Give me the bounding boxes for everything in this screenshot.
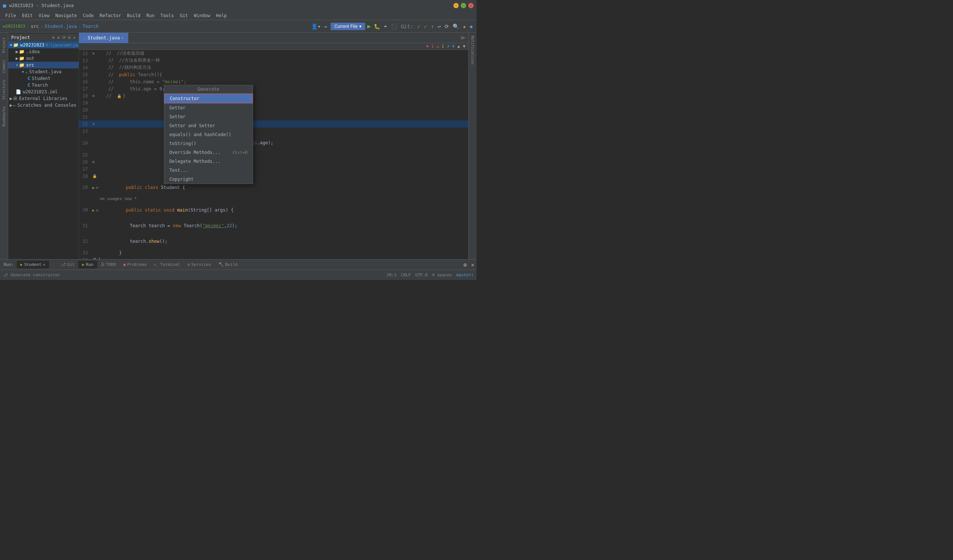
tree-student-java[interactable]: ▾ ☕ Student.java [8,68,79,75]
tree-tearch-class[interactable]: C Tearch [8,82,79,88]
git-check2[interactable]: ✓ [423,23,428,30]
menu-file[interactable]: File [2,12,19,19]
run-arrow-29[interactable]: ▶ [92,186,95,190]
tree-src[interactable]: ▾ 📁 src [8,62,79,68]
menu-window[interactable]: Window [191,12,213,19]
run-target-tab[interactable]: ▶ Student ✕ [17,261,49,268]
vcs-icon[interactable]: 👤▾ [310,23,321,30]
git-tab[interactable]: ⎇ Git [57,261,79,268]
code-line-23: 23 [79,128,468,135]
menu-help[interactable]: Help [213,12,230,19]
tree-iml[interactable]: 📄 w20231023.iml [8,88,79,95]
project-panel-tab[interactable]: Project [1,34,7,56]
git-push[interactable]: ↑ [430,23,435,30]
tree-idea[interactable]: ▶ 📁 .idea [8,48,79,55]
services-tab[interactable]: ⚙ Services [183,261,215,268]
menu-tools[interactable]: Tools [157,12,177,19]
collapse-icon[interactable]: ≡ [57,35,60,40]
line-num-19: 19 [81,101,92,105]
current-file-button[interactable]: Current File ▾ [331,23,365,30]
git-undo[interactable]: ⟳ [444,23,450,30]
tree-out[interactable]: ▶ 📁 out [8,55,79,62]
maximize-button[interactable]: □ [461,3,466,8]
menu-build[interactable]: Build [124,12,143,19]
generate-getter[interactable]: Getter [164,104,253,112]
status-branch[interactable]: master↑ [456,272,473,277]
plugins-icon[interactable]: ◆ [469,23,473,30]
menu-run[interactable]: Run [143,12,157,19]
fold-26[interactable]: ⊕ [92,160,95,164]
status-line-ending[interactable]: CRLF [401,272,411,277]
generate-test[interactable]: Test... [164,166,253,175]
commit-panel-tab[interactable]: Commit [1,57,7,76]
line-content-32: tearch.show(); [98,234,168,249]
profile-icon[interactable]: ★ [462,23,466,30]
stop-icon[interactable]: ⬛ [390,23,398,30]
fold-30[interactable]: ⊖ [96,208,98,212]
tearch-class-icon: C [28,82,30,88]
menu-refactor[interactable]: Refactor [96,12,124,19]
chevron-down-icon[interactable]: ▼ [463,44,465,49]
git-revert[interactable]: ↩ [437,23,441,30]
status-position[interactable]: 20:1 [387,272,397,277]
todo-tab[interactable]: ☰ TODO [97,261,120,268]
breadcrumb-src[interactable]: src [31,24,39,29]
close-button[interactable]: ✕ [468,3,473,8]
menu-navigate[interactable]: Navigate [53,12,80,19]
minimize-button[interactable]: ─ [453,3,459,8]
generate-copyright[interactable]: Copyright [164,175,253,184]
fold-18[interactable]: ⊕ [92,94,95,98]
search-icon[interactable]: 🔍 [452,23,460,30]
status-right: 20:1 CRLF UTF-8 4 spaces master↑ [387,272,473,277]
fold-12[interactable]: ⊕ [92,51,95,56]
add-icon[interactable]: ⊕ [52,35,55,40]
tab-more-button[interactable]: ≫ [460,35,468,40]
generate-tostring[interactable]: toString() [164,139,253,148]
generate-setter[interactable]: Setter [164,112,253,121]
back-icon[interactable]: ← [323,23,328,30]
debug-icon[interactable]: 🐛 [373,23,381,30]
git-check1[interactable]: ✓ [416,23,421,30]
menu-view[interactable]: View [36,12,53,19]
tree-external-libs[interactable]: ▶ 🏛 External Libraries [8,95,79,102]
generate-constructor[interactable]: Constructor [164,94,253,104]
tree-student-class[interactable]: C Student [8,75,79,82]
bookmarks-panel-tab[interactable]: Bookmarks [1,104,7,129]
generate-override[interactable]: Override Methods... Ctrl+O [164,148,253,157]
menu-code[interactable]: Code [80,12,97,19]
breadcrumb-project[interactable]: w20231023 [3,24,25,29]
fold-29[interactable]: ⊖ [96,186,98,190]
run-button[interactable]: ▶ [368,23,371,30]
structure-panel-tab[interactable]: Structure [1,77,7,103]
settings-icon[interactable]: ⚙ [68,35,71,40]
close-tree-icon[interactable]: ✕ [73,35,76,40]
breadcrumb-class[interactable]: Tearch [83,24,99,29]
generate-equals-hashcode[interactable]: equals() and hashCode() [164,130,253,139]
fold-22[interactable]: ⊖ [92,122,95,126]
run-tab-close[interactable]: ✕ [43,263,45,267]
settings-bottom-icon[interactable]: ⚙ [463,261,467,268]
breadcrumb-file[interactable]: Student.java [45,24,77,29]
run-tab[interactable]: ▶ Run [78,261,97,268]
code-editor[interactable]: 12 ⊕ // //没有返回值 13 // //方法名和类名一样 14 // /… [79,50,468,259]
terminal-tab[interactable]: ▷_ Terminal [151,261,183,268]
run-arrow-30[interactable]: ▶ [92,208,95,212]
run-tab-label: Run [86,262,93,267]
close-bottom-icon[interactable]: ✕ [470,261,475,268]
chevron-up-icon[interactable]: ▲ [458,44,460,49]
notifications-panel-tab[interactable]: Notifications [470,33,475,68]
status-indent[interactable]: 4 spaces [432,272,452,277]
menu-edit[interactable]: Edit [19,12,36,19]
build-tab[interactable]: 🔨 Build [215,261,241,268]
tab-close-button[interactable]: ✕ [121,36,124,40]
generate-delegate[interactable]: Delegate Methods... [164,157,253,166]
tree-scratches[interactable]: ▶ ✏ Scratches and Consoles [8,102,79,108]
coverage-icon[interactable]: ☂ [383,23,388,30]
generate-getter-setter[interactable]: Getter and Setter [164,121,253,130]
menu-git[interactable]: Git [177,12,191,19]
status-encoding[interactable]: UTF-8 [416,272,428,277]
problems-tab[interactable]: ● Problems [120,261,151,268]
editor-tab-student[interactable]: ☕ Student.java ✕ [79,33,129,43]
sync-icon[interactable]: ⟳ [62,35,66,40]
tree-root[interactable]: ▾ 📁 w20231023 D:\javacode\java_code\w202… [8,42,79,48]
